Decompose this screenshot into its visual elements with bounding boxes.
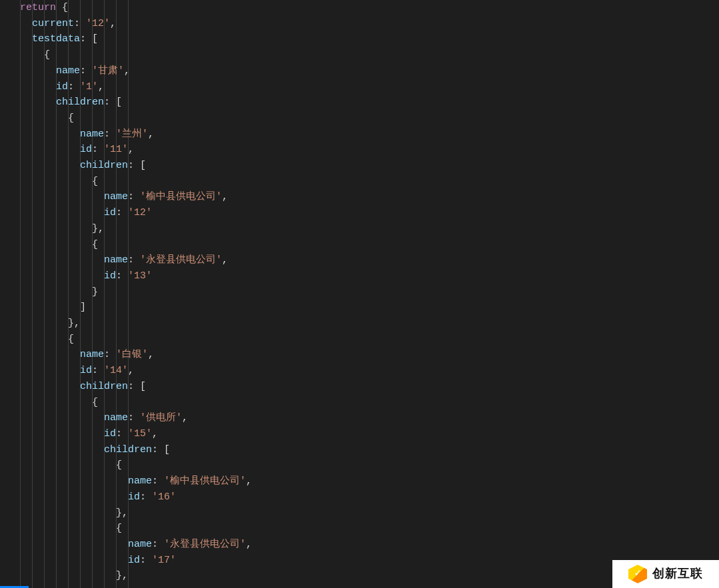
code-line[interactable]: {: [20, 237, 719, 253]
prop-name: name: [128, 539, 152, 550]
code-line[interactable]: id: '11',: [20, 142, 719, 158]
prop-name: name: [104, 254, 128, 266]
watermark-logo: 创新互联: [612, 560, 719, 588]
keyword-return: return: [20, 2, 56, 13]
code-line[interactable]: ]: [20, 300, 719, 316]
code-line[interactable]: name: '榆中县供电公司',: [20, 473, 719, 489]
val-gongdiansuo-id: '15': [128, 428, 152, 440]
code-line[interactable]: }: [20, 284, 719, 300]
val-yuzhong1-name: '榆中县供电公司': [140, 191, 222, 202]
code-line[interactable]: {: [20, 174, 719, 190]
code-line[interactable]: id: '12': [20, 205, 719, 221]
prop-id: id: [80, 365, 92, 376]
prop-children: children: [80, 381, 128, 392]
val-lanzhou-id: '11': [104, 144, 128, 155]
code-line[interactable]: id: '13': [20, 268, 719, 284]
code-line[interactable]: },: [20, 316, 719, 332]
val-current: '12': [86, 18, 110, 29]
code-line[interactable]: id: '14',: [20, 363, 719, 379]
val-yongdeng2-id: '17': [152, 555, 176, 566]
code-line[interactable]: {: [20, 457, 719, 473]
val-baiyin-id: '14': [104, 365, 128, 376]
logo-text: 创新互联: [652, 566, 703, 582]
val-baiyin-name: '白银': [116, 349, 148, 360]
code-line[interactable]: name: '榆中县供电公司',: [20, 189, 719, 205]
val-lanzhou-name: '兰州': [116, 129, 148, 140]
code-line[interactable]: name: '白银',: [20, 347, 719, 363]
code-line[interactable]: testdata: [: [20, 31, 719, 47]
code-line[interactable]: },: [20, 505, 719, 521]
prop-name: name: [104, 191, 128, 202]
code-line[interactable]: id: '15',: [20, 426, 719, 442]
prop-name: name: [56, 65, 80, 77]
val-yongdeng1-id: '13': [128, 270, 152, 282]
val-gansu-id: '1': [80, 81, 98, 93]
code-line[interactable]: name: '永登县供电公司',: [20, 537, 719, 553]
code-line[interactable]: id: '16': [20, 489, 719, 505]
prop-id: id: [104, 428, 116, 440]
val-yuzhong2-name: '榆中县供电公司': [164, 475, 246, 487]
prop-children: children: [56, 97, 104, 108]
prop-children: children: [80, 160, 128, 171]
val-yuzhong2-id: '16': [152, 491, 176, 503]
code-line[interactable]: {: [20, 111, 719, 127]
prop-name: name: [128, 475, 152, 487]
val-gongdiansuo-name: '供电所': [140, 412, 182, 424]
code-line[interactable]: {: [20, 332, 719, 348]
code-line[interactable]: children: [: [20, 379, 719, 395]
prop-id: id: [104, 207, 116, 218]
prop-name: name: [104, 412, 128, 424]
code-line[interactable]: current: '12',: [20, 16, 719, 32]
prop-id: id: [104, 270, 116, 282]
val-gansu-name: '甘肃': [92, 65, 124, 77]
code-line[interactable]: name: '永登县供电公司',: [20, 252, 719, 268]
prop-current: current: [32, 18, 74, 29]
code-line[interactable]: {: [20, 47, 719, 63]
prop-name: name: [80, 349, 104, 360]
code-line[interactable]: name: '供电所',: [20, 410, 719, 426]
prop-testdata: testdata: [32, 33, 80, 45]
val-yuzhong1-id: '12': [128, 207, 152, 218]
code-line[interactable]: id: '1',: [20, 79, 719, 95]
prop-id: id: [56, 81, 68, 93]
prop-id: id: [128, 555, 140, 566]
prop-id: id: [128, 491, 140, 503]
code-line[interactable]: children: [: [20, 158, 719, 174]
val-yongdeng2-name: '永登县供电公司': [164, 539, 246, 550]
prop-children: children: [104, 444, 152, 455]
prop-name: name: [80, 129, 104, 140]
logo-icon: [628, 565, 647, 583]
val-yongdeng1-name: '永登县供电公司': [140, 254, 222, 266]
code-line[interactable]: },: [20, 221, 719, 237]
code-line[interactable]: {: [20, 395, 719, 411]
code-line[interactable]: {: [20, 521, 719, 537]
code-line[interactable]: name: '甘肃',: [20, 63, 719, 79]
code-line[interactable]: children: [: [20, 442, 719, 458]
code-line[interactable]: children: [: [20, 95, 719, 111]
code-editor[interactable]: return { current: '12', testdata: [ { na…: [0, 0, 719, 588]
code-line[interactable]: name: '兰州',: [20, 127, 719, 143]
prop-id: id: [80, 144, 92, 155]
code-line[interactable]: return {: [20, 0, 719, 16]
